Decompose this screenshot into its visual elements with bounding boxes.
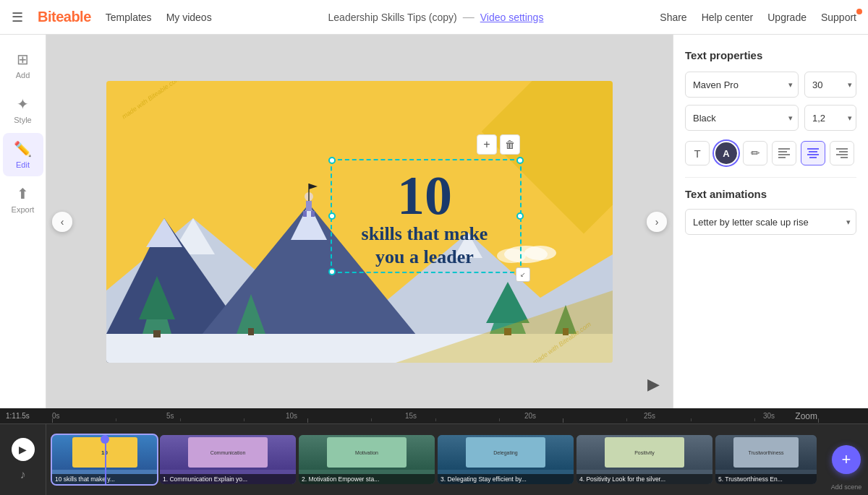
animation-select-wrap: Letter by letter scale up rise Fade in S… [685, 209, 856, 235]
svg-rect-10 [311, 211, 315, 217]
nav-help-center[interactable]: Help center [702, 12, 754, 23]
font-color-select[interactable]: Black White [685, 105, 799, 131]
delete-element-button[interactable]: 🗑 [500, 134, 520, 155]
canvas[interactable]: made with Biteable.com [106, 81, 613, 363]
svg-rect-18 [248, 328, 254, 335]
export-icon: ⬆ [17, 185, 29, 202]
svg-rect-39 [841, 157, 848, 158]
svg-rect-32 [807, 148, 819, 150]
scene-clip-4[interactable]: Positivity 4. Positivity Look for the si… [576, 435, 712, 484]
nav-separator: — [463, 11, 475, 24]
add-scene-label: Add scene [831, 483, 862, 491]
line-height-select-wrap: 1,2 1,0 1,5 ▾ [804, 105, 856, 131]
timeline-controls: ▶ ♪ [0, 424, 46, 495]
svg-rect-30 [778, 154, 790, 155]
svg-rect-35 [809, 157, 817, 158]
top-nav: ☰ Biteable Templates My videos Leadershi… [0, 0, 868, 35]
font-family-select-wrap: Maven Pro Arial ▾ [685, 72, 799, 98]
text-color-button[interactable]: A [714, 141, 739, 165]
svg-marker-12 [309, 184, 318, 189]
text-animations-title: Text animations [685, 188, 856, 200]
sidebar-item-style[interactable]: ✦ Style [3, 88, 43, 132]
font-size-select[interactable]: 30 24 36 [804, 72, 856, 98]
sidebar-label-edit: Edit [16, 160, 30, 169]
sidebar-item-export[interactable]: ⬆ Export [3, 178, 43, 221]
nav-video-title: Leadership Skills Tips (copy) [328, 12, 457, 23]
svg-rect-28 [778, 148, 790, 150]
timeline: 1:11.5s 0s 5s 10s 15s 20s 25s 30s Zoom [0, 408, 868, 495]
svg-rect-34 [807, 154, 819, 155]
svg-rect-29 [778, 151, 787, 152]
nav-links: Templates My videos [106, 12, 212, 23]
edit-icon: ✏️ [14, 140, 32, 158]
canvas-area: ‹ › ▶ made with Biteable.com [46, 35, 673, 408]
align-left-button[interactable] [772, 141, 796, 165]
font-size-select-wrap: 30 24 36 ▾ [804, 72, 856, 98]
timeline-ruler: 1:11.5s 0s 5s 10s 15s 20s 25s 30s Zoom [0, 408, 868, 424]
scene-clip-3[interactable]: Delegating 3. Delegating Stay efficient … [438, 435, 574, 484]
text-format-button[interactable]: T [685, 141, 710, 165]
scene-clip-5[interactable]: Trustworthiness 5. Trustworthiness En... [715, 435, 817, 484]
font-color-select-wrap: Black White ▾ [685, 105, 799, 131]
nav-support[interactable]: Support [821, 12, 856, 23]
svg-point-25 [524, 246, 556, 260]
sidebar-item-edit[interactable]: ✏️ Edit [3, 133, 43, 176]
align-right-button[interactable] [830, 141, 854, 165]
nav-video-settings-link[interactable]: Video settings [480, 12, 544, 23]
add-element-button[interactable]: + [477, 134, 497, 155]
svg-rect-31 [778, 157, 786, 158]
svg-rect-36 [836, 148, 848, 150]
svg-rect-9 [303, 211, 307, 217]
text-properties-title: Text properties [685, 49, 856, 61]
nav-my-videos[interactable]: My videos [166, 12, 212, 23]
scene-clip-1[interactable]: Communication 1. Communication Explain y… [160, 435, 296, 484]
right-panel: Text properties Maven Pro Arial ▾ 30 24 … [673, 35, 868, 408]
resize-handle[interactable]: ↙ [516, 267, 530, 282]
canvas-prev-button[interactable]: ‹ [52, 212, 72, 232]
svg-rect-16 [153, 330, 161, 337]
sidebar-label-style: Style [14, 116, 31, 124]
sidebar-label-export: Export [12, 205, 35, 214]
sidebar-item-add[interactable]: ⊞ Add [3, 43, 43, 87]
svg-rect-38 [836, 154, 848, 155]
logo: Biteable [38, 9, 91, 25]
animation-select[interactable]: Letter by letter scale up rise Fade in S… [685, 209, 856, 235]
music-icon[interactable]: ♪ [20, 468, 26, 481]
svg-rect-8 [306, 201, 312, 211]
line-height-select[interactable]: 1,2 1,0 1,5 [804, 105, 856, 131]
sidebar-label-add: Add [16, 71, 30, 79]
add-icon: ⊞ [17, 51, 29, 68]
style-icon: ✦ [17, 95, 29, 113]
nav-share[interactable]: Share [660, 12, 686, 23]
add-scene-button[interactable]: + [832, 445, 861, 474]
nav-templates[interactable]: Templates [106, 12, 152, 23]
watermark-top-left: made with Biteable.com [121, 81, 182, 120]
align-center-button[interactable] [801, 141, 825, 165]
canvas-play-button[interactable]: ▶ [647, 375, 660, 394]
nav-right: Share Help center Upgrade Support [660, 12, 856, 23]
timeline-play-button[interactable]: ▶ [12, 438, 35, 461]
hamburger-icon[interactable]: ☰ [12, 9, 23, 25]
pencil-button[interactable]: ✏ [743, 141, 767, 165]
svg-rect-37 [839, 151, 848, 152]
font-family-select[interactable]: Maven Pro Arial [685, 72, 799, 98]
left-sidebar: ⊞ Add ✦ Style ✏️ Edit ⬆ Export [0, 35, 46, 408]
nav-upgrade[interactable]: Upgrade [767, 12, 807, 23]
scene-clip-0[interactable]: 10 10 skills that make y... [52, 435, 157, 484]
timeline-tracks: 10 10 skills that make y... Communicatio… [46, 424, 825, 495]
nav-center: Leadership Skills Tips (copy) — Video se… [226, 11, 646, 24]
text-selection-box[interactable]: + 🗑 ↙ [331, 159, 522, 273]
scene-clip-2[interactable]: Motivation 2. Motivation Empower sta... [299, 435, 435, 484]
svg-rect-33 [809, 151, 817, 152]
canvas-next-button[interactable]: › [647, 212, 667, 232]
